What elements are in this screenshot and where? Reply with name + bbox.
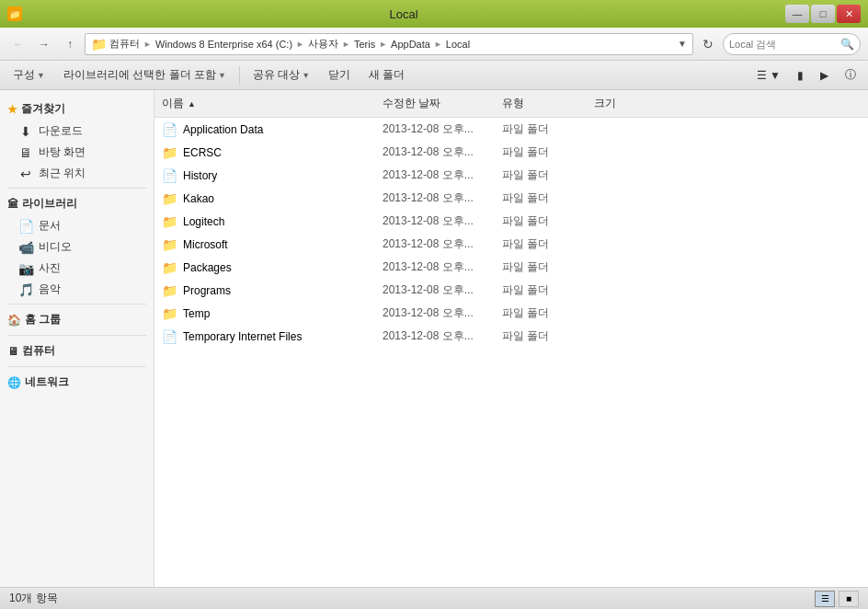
- file-type-cell: 파일 폴더: [495, 258, 587, 277]
- libraries-header[interactable]: 🏛 라이브러리: [0, 192, 154, 215]
- table-row[interactable]: 📁 Packages 2013-12-08 오후... 파일 폴더: [154, 256, 868, 279]
- file-name-cell: 📁 Logitech: [154, 213, 375, 231]
- search-icon[interactable]: 🔍: [840, 38, 854, 51]
- file-size-cell: [587, 197, 660, 201]
- main-area: ★ 즐겨찾기 ⬇ 다운로드 🖥 바탕 화면 ↩ 최근 위치 🏛 라이브러리: [0, 90, 868, 587]
- sidebar-item-documents[interactable]: 📄 문서: [0, 215, 154, 236]
- preview-pane-button[interactable]: ▮: [793, 66, 808, 85]
- close-button[interactable]: ✕: [837, 5, 861, 23]
- file-area: 이름 ▲ 수정한 날짜 유형 크기 📄 Application Data 201…: [154, 90, 868, 587]
- sort-arrow: ▲: [188, 99, 196, 109]
- file-name-text: Programs: [183, 284, 231, 297]
- address-segment-1[interactable]: 컴퓨터: [109, 37, 140, 51]
- view-options-button[interactable]: ☰ ▼: [752, 66, 785, 85]
- folder-icon: 📁: [162, 283, 177, 298]
- sidebar-item-music[interactable]: 🎵 음악: [0, 279, 154, 300]
- file-size-cell: [587, 220, 660, 224]
- details-pane-button[interactable]: ▶: [816, 66, 833, 85]
- doc-icon: 📄: [162, 329, 177, 344]
- folder-icon: 📁: [91, 37, 106, 52]
- doc-icon: 📄: [162, 168, 177, 183]
- table-row[interactable]: 📁 Temp 2013-12-08 오후... 파일 폴더: [154, 302, 868, 325]
- file-name-text: History: [183, 169, 217, 182]
- column-header-name[interactable]: 이름 ▲: [154, 94, 375, 113]
- sidebar-item-photos[interactable]: 📷 사진: [0, 258, 154, 279]
- maximize-button[interactable]: □: [811, 5, 835, 23]
- new-folder-button[interactable]: 새 폴더: [363, 65, 410, 85]
- file-type-cell: 파일 폴더: [495, 120, 587, 139]
- column-header-date[interactable]: 수정한 날짜: [375, 94, 495, 113]
- file-date-cell: 2013-12-08 오후...: [375, 166, 495, 185]
- help-button[interactable]: ⓘ: [840, 64, 861, 86]
- sidebar-item-documents-label: 문서: [39, 218, 61, 234]
- refresh-button[interactable]: ↻: [697, 33, 719, 55]
- column-header-size[interactable]: 크기: [587, 94, 660, 113]
- app-icon: 📁: [7, 6, 22, 21]
- address-segment-5[interactable]: AppData: [391, 39, 430, 50]
- table-row[interactable]: 📄 History 2013-12-08 오후... 파일 폴더: [154, 164, 868, 187]
- sidebar-item-downloads[interactable]: ⬇ 다운로드: [0, 121, 154, 142]
- table-row[interactable]: 📁 Kakao 2013-12-08 오후... 파일 폴더: [154, 187, 868, 210]
- table-row[interactable]: 📄 Temporary Internet Files 2013-12-08 오후…: [154, 325, 868, 348]
- navigation-toolbar: ← → ↑ 📁 컴퓨터 ► Windows 8 Enterprise x64 (…: [0, 28, 868, 61]
- network-header[interactable]: 🌐 네트워크: [0, 371, 154, 394]
- table-row[interactable]: 📁 Logitech 2013-12-08 오후... 파일 폴더: [154, 210, 868, 233]
- homegroup-section: 🏠 홈 그룹: [0, 308, 154, 331]
- address-segment-3[interactable]: 사용자: [308, 37, 338, 51]
- file-date-cell: 2013-12-08 오후...: [375, 258, 495, 277]
- address-segment-2[interactable]: Windows 8 Enterprise x64 (C:): [155, 39, 292, 50]
- up-button[interactable]: ↑: [59, 33, 81, 55]
- forward-button[interactable]: →: [33, 33, 55, 55]
- file-name-cell: 📁 Microsoft: [154, 236, 375, 254]
- network-label: 네트워크: [25, 374, 69, 390]
- file-size-cell: [587, 335, 660, 339]
- address-arrow-5: ►: [434, 40, 442, 49]
- address-dropdown-arrow[interactable]: ▼: [678, 39, 687, 49]
- address-segment-6[interactable]: Local: [446, 39, 470, 50]
- large-icons-view-button[interactable]: ■: [839, 591, 859, 607]
- file-name-text: ECRSC: [183, 146, 222, 159]
- sidebar-item-music-label: 음악: [39, 282, 61, 297]
- address-arrow-3: ►: [342, 40, 350, 49]
- file-date-cell: 2013-12-08 오후...: [375, 235, 495, 254]
- computer-header[interactable]: 🖥 컴퓨터: [0, 339, 154, 362]
- library-button[interactable]: 라이브러리에 선택한 폴더 포함 ▼: [58, 65, 232, 85]
- music-icon: 🎵: [18, 282, 33, 297]
- details-view-button[interactable]: ☰: [815, 591, 835, 607]
- file-size-cell: [587, 312, 660, 316]
- back-button[interactable]: ←: [7, 33, 29, 55]
- computer-label: 컴퓨터: [22, 343, 55, 359]
- organize-chevron: ▼: [37, 71, 45, 80]
- search-box: 🔍: [723, 33, 861, 55]
- favorites-header[interactable]: ★ 즐겨찾기: [0, 98, 154, 121]
- table-row[interactable]: 📁 ECRSC 2013-12-08 오후... 파일 폴더: [154, 141, 868, 164]
- minimize-button[interactable]: —: [785, 5, 809, 23]
- file-name-cell: 📄 Temporary Internet Files: [154, 327, 375, 346]
- file-date-cell: 2013-12-08 오후...: [375, 304, 495, 323]
- homegroup-header[interactable]: 🏠 홈 그룹: [0, 308, 154, 331]
- file-name-text: Application Data: [183, 123, 263, 136]
- address-segment-4[interactable]: Teris: [354, 39, 375, 50]
- table-row[interactable]: 📁 Microsoft 2013-12-08 오후... 파일 폴더: [154, 233, 868, 256]
- file-size-cell: [587, 243, 660, 247]
- table-row[interactable]: 📄 Application Data 2013-12-08 오후... 파일 폴…: [154, 118, 868, 141]
- search-input[interactable]: [729, 39, 840, 50]
- computer-section: 🖥 컴퓨터: [0, 339, 154, 362]
- sidebar-item-recent[interactable]: ↩ 최근 위치: [0, 163, 154, 184]
- file-type-cell: 파일 폴더: [495, 212, 587, 231]
- file-date-cell: 2013-12-08 오후...: [375, 281, 495, 300]
- organize-button[interactable]: 구성 ▼: [7, 65, 51, 85]
- file-date-cell: 2013-12-08 오후...: [375, 120, 495, 139]
- sidebar-item-desktop[interactable]: 🖥 바탕 화면: [0, 142, 154, 163]
- sidebar-item-video[interactable]: 📹 비디오: [0, 236, 154, 258]
- file-list: 📄 Application Data 2013-12-08 오후... 파일 폴…: [154, 118, 868, 348]
- status-bar: 10개 항목 ☰ ■: [0, 587, 868, 609]
- file-name-text: Temporary Internet Files: [183, 330, 302, 343]
- documents-icon: 📄: [18, 219, 33, 234]
- table-row[interactable]: 📁 Programs 2013-12-08 오후... 파일 폴더: [154, 279, 868, 302]
- close-label-button[interactable]: 닫기: [323, 65, 356, 85]
- file-name-cell: 📁 ECRSC: [154, 144, 375, 162]
- window-controls: — □ ✕: [785, 5, 861, 23]
- share-button[interactable]: 공유 대상 ▼: [247, 65, 315, 85]
- column-header-type[interactable]: 유형: [495, 94, 587, 113]
